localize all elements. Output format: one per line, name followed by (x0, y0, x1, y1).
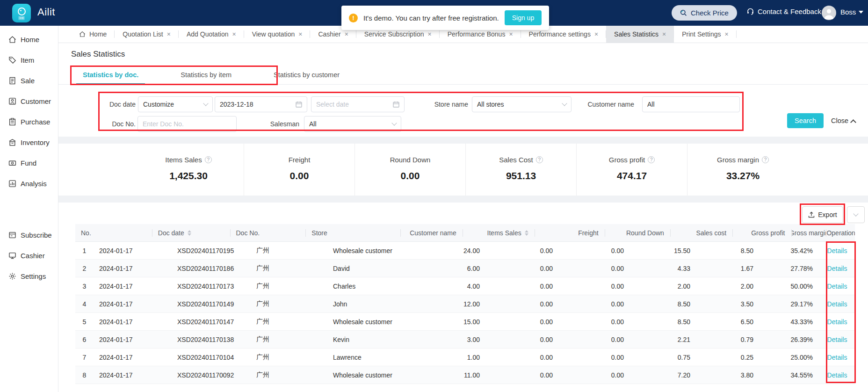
summary-value: 951.13 (466, 170, 576, 181)
brand-name: Ailit (37, 6, 55, 18)
cell-gross-profit: 3.80 (697, 371, 760, 379)
tab[interactable]: View quotation × (244, 26, 311, 43)
column-header[interactable]: Sales cost (671, 224, 733, 242)
close-icon[interactable]: × (298, 31, 302, 37)
app-logo-icon[interactable]: Intl (12, 4, 31, 22)
sidebar-item-sale[interactable]: Sale (8, 73, 58, 87)
column-header[interactable]: Freight (535, 224, 605, 242)
sidebar-item-inventory[interactable]: Inventory (8, 135, 58, 149)
sidebar-item-settings[interactable]: Settings (8, 269, 58, 283)
close-icon[interactable]: × (167, 31, 171, 37)
details-link[interactable]: Details (827, 371, 847, 379)
table-row: 4 2024-01-17 XSD202401170149 广州 John 12.… (75, 295, 855, 313)
close-icon[interactable]: × (594, 31, 598, 37)
cell-no: 5 (75, 318, 94, 326)
close-icon[interactable]: × (427, 31, 431, 37)
column-header[interactable]: Doc No. (231, 224, 306, 242)
help-icon[interactable]: ? (648, 156, 655, 163)
sort-icon[interactable] (525, 230, 528, 236)
sidebar-item-analysis[interactable]: Analysis (8, 176, 58, 190)
tab-label: Print Settings (682, 30, 721, 38)
sidebar-item-item[interactable]: Item (8, 53, 58, 67)
cell-doc-no: XSD202401170186 (172, 265, 251, 272)
tab[interactable]: Sales Statistics × (606, 26, 674, 43)
close-icon[interactable]: × (662, 31, 666, 37)
salesman-value: All (309, 120, 392, 128)
contact-feedback-button[interactable]: Contact & Feedback (746, 7, 821, 15)
contact-feedback-label: Contact & Feedback (758, 7, 821, 15)
cell-gross-profit: 8.50 (697, 247, 760, 254)
column-header[interactable]: Items Sales (463, 224, 535, 242)
cell-items-sales: 24.00 (423, 247, 486, 254)
table-row: 7 2024-01-17 XSD202401170104 广州 Lawrence… (75, 348, 855, 366)
cell-no: 4 (75, 300, 94, 308)
sidebar-item-subscribe[interactable]: Subscribe (8, 228, 58, 242)
column-header[interactable]: Customer name (401, 224, 463, 242)
doc-date-mode-select[interactable]: Customize (138, 96, 213, 112)
avatar[interactable] (822, 6, 836, 20)
search-button[interactable]: Search (787, 113, 824, 128)
close-icon[interactable]: × (509, 31, 513, 37)
sidebar-item-label: Item (21, 56, 34, 64)
table-body: 1 2024-01-17 XSD202401170195 广州 Wholesal… (75, 242, 855, 384)
check-price-button[interactable]: Check Price (672, 5, 737, 21)
details-link[interactable]: Details (827, 265, 847, 272)
tab-label: Performance settings (529, 30, 591, 38)
column-header[interactable]: Gross profit (733, 224, 791, 242)
cell-sales-cost: 2.00 (630, 283, 697, 290)
cell-round-down: 0.00 (559, 265, 630, 272)
details-link[interactable]: Details (827, 300, 847, 308)
tab[interactable]: Home (71, 26, 115, 43)
sidebar-item-fund[interactable]: Fund (8, 156, 58, 170)
subscribe-icon (8, 231, 16, 239)
summary-card: Sales Cost ? 951.13 (466, 144, 577, 196)
collapse-filters-link[interactable]: Close (831, 113, 855, 128)
date-to-picker[interactable]: Select date (311, 96, 405, 112)
subtab[interactable]: Statistics by customer (267, 65, 346, 84)
help-icon[interactable]: ? (205, 156, 212, 163)
sign-up-button[interactable]: Sign up (505, 10, 542, 25)
store-select[interactable]: All stores (472, 96, 571, 112)
user-menu[interactable]: Boss (840, 8, 863, 16)
help-icon[interactable]: ? (536, 156, 543, 163)
details-link[interactable]: Details (827, 336, 847, 343)
summary-card: Round Down 0.00 (355, 144, 466, 196)
doc-no-input[interactable] (137, 116, 237, 132)
close-icon[interactable]: × (345, 31, 348, 37)
summary-label: Items Sales (165, 156, 202, 164)
sidebar-item-home[interactable]: Home (8, 32, 58, 46)
sidebar-item-customer[interactable]: Customer (8, 94, 58, 108)
column-header[interactable]: Store (306, 224, 400, 242)
column-header[interactable]: Round Down (605, 224, 671, 242)
export-more-button[interactable] (847, 206, 865, 223)
export-button[interactable]: Export (802, 206, 843, 223)
details-link[interactable]: Details (827, 247, 847, 254)
column-header[interactable]: Operation (826, 224, 855, 242)
column-header[interactable]: Gross margin (792, 224, 827, 242)
details-link[interactable]: Details (827, 354, 847, 361)
close-icon[interactable]: × (724, 31, 728, 37)
date-from-picker[interactable]: 2023-12-18 (215, 96, 307, 112)
table-row: 6 2024-01-17 XSD202401170138 广州 Kevin 3.… (75, 331, 855, 348)
tab[interactable]: Quotation List × (115, 26, 179, 43)
customer-name-input[interactable] (642, 96, 740, 112)
tab[interactable]: Print Settings × (674, 26, 736, 43)
salesman-select[interactable]: All (304, 116, 401, 132)
cell-round-down: 0.00 (559, 371, 630, 379)
details-link[interactable]: Details (827, 318, 847, 326)
cell-gross-margin: 26.39% (760, 336, 819, 343)
close-icon[interactable]: × (232, 31, 236, 37)
cell-doc-date: 2024-01-17 (94, 283, 172, 290)
calendar-icon (393, 101, 399, 108)
subtab[interactable]: Statistics by doc. (76, 65, 145, 84)
tab[interactable]: Add Quotation × (179, 26, 244, 43)
sort-icon[interactable] (188, 230, 191, 236)
details-link[interactable]: Details (827, 283, 847, 290)
subtab[interactable]: Statistics by item (174, 65, 238, 84)
column-header[interactable]: Doc date (152, 224, 231, 242)
sidebar-item-purchase[interactable]: Purchase (8, 115, 58, 129)
help-icon[interactable]: ? (762, 156, 769, 163)
column-header[interactable]: No. (75, 224, 152, 242)
subtab-label: Statistics by doc. (83, 71, 138, 79)
sidebar-item-cashier[interactable]: Cashier (8, 248, 58, 262)
